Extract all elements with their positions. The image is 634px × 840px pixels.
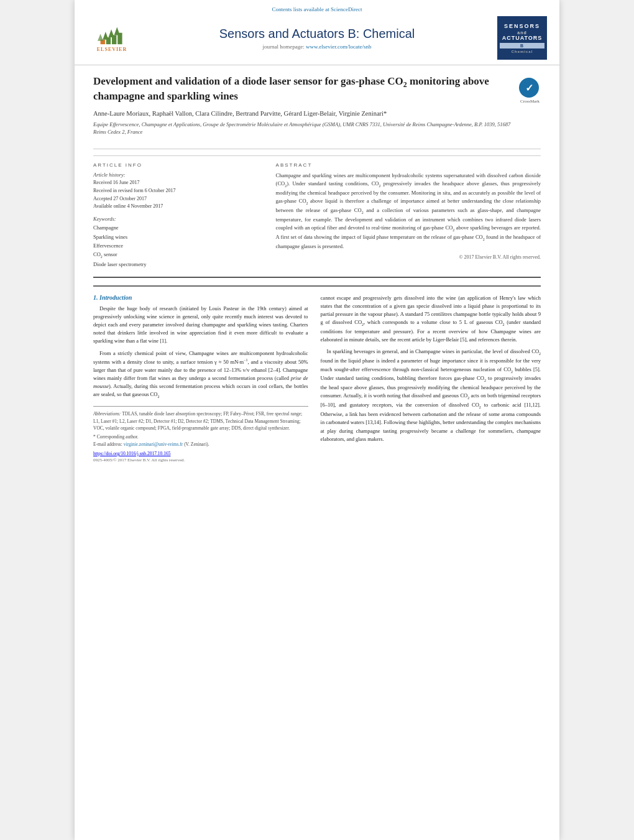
keywords-label: Keywords: — [93, 216, 264, 222]
sensors-logo-line1: SENSORS — [504, 23, 540, 29]
journal-header: Contents lists available at ScienceDirec… — [75, 0, 559, 65]
sensors-logo-line2: ACTUATORS — [502, 35, 543, 41]
section-divider — [93, 277, 541, 278]
history-label: Article history: — [93, 172, 264, 178]
svg-marker-5 — [108, 29, 114, 37]
sensors-logo-b: B — [500, 43, 544, 48]
header-main: ELSEVIER Sensors and Actuators B: Chemic… — [87, 16, 547, 60]
doi-line: https://doi.org/10.1016/j.snb.2017.10.16… — [93, 451, 308, 456]
body-col-left: 1. Introduction Despite the huge body of… — [93, 294, 308, 463]
issn-line: 0925-4005/© 2017 Elsevier B.V. All right… — [93, 458, 308, 463]
article-title-text: Development and validation of a diode la… — [93, 75, 513, 142]
page: Contents lists available at ScienceDirec… — [75, 0, 559, 840]
crossmark-icon: ✓ CrossMark — [519, 78, 541, 99]
history-section: Article history: Received 16 June 2017 R… — [93, 172, 264, 211]
received-date: Received 16 June 2017 Received in revise… — [93, 179, 264, 211]
email-note: E-mail address: virginie.zeninari@univ-r… — [93, 441, 308, 447]
abbreviations-text: TDLAS, tunable diode laser absorption sp… — [93, 411, 302, 431]
body-right-para-2: In sparkling beverages in general, and i… — [321, 348, 541, 443]
abstract-col: ABSTRACT Champagne and sparkling wines a… — [276, 162, 541, 269]
journal-title-center: Sensors and Actuators B: Chemical journa… — [137, 27, 497, 50]
crossmark-circle: ✓ — [519, 78, 539, 98]
abbreviations-label: Abbreviations: — [93, 411, 122, 417]
email-label-text: E-mail address: — [93, 441, 122, 447]
article-body: 1. Introduction Despite the huge body of… — [93, 285, 541, 463]
homepage-link[interactable]: www.elsevier.com/locate/snb — [306, 44, 371, 50]
keywords-section: Keywords: Champagne Sparkling wines Effe… — [93, 216, 264, 269]
svg-marker-6 — [114, 27, 120, 35]
keyword-2: Sparkling wines — [93, 233, 264, 241]
sensors-logo-and: and — [517, 30, 526, 35]
svg-marker-4 — [103, 32, 108, 40]
homepage-label: journal homepage: — [263, 44, 305, 50]
email-link[interactable]: virginie.zeninari@univ-reims.fr — [124, 441, 183, 447]
keyword-1: Champagne — [93, 223, 264, 232]
footnotes: Abbreviations: TDLAS, tunable diode lase… — [93, 406, 308, 447]
keywords-list: Champagne Sparkling wines Effervescence … — [93, 223, 264, 269]
abstract-label: ABSTRACT — [276, 162, 541, 168]
authors: Anne-Laure Moriaux, Raphaël Vallon, Clar… — [93, 109, 513, 119]
svg-marker-7 — [98, 34, 103, 41]
corresponding-note: * Corresponding author. — [93, 434, 308, 440]
sensors-b-label: B — [520, 44, 524, 48]
affiliation: Equipe Effervescence, Champagne et Appli… — [93, 121, 513, 136]
sensors-actuators-logo: SENSORS and ACTUATORS B Chemical — [497, 16, 547, 60]
intro-para-1: Despite the huge body of research (initi… — [93, 305, 308, 346]
sensors-logo-image: Chemical — [512, 50, 533, 53]
accepted-text: Accepted 27 October 2017 — [93, 195, 264, 203]
email-person: (V. Zeninari). — [184, 441, 209, 447]
received-text: Received 16 June 2017 — [93, 179, 264, 187]
keyword-4: CO2 sensor — [93, 250, 264, 260]
abbreviations: Abbreviations: TDLAS, tunable diode lase… — [93, 410, 308, 432]
abstract-copyright: © 2017 Elsevier B.V. All rights reserved… — [276, 254, 541, 260]
journal-homepage: journal homepage: www.elsevier.com/locat… — [137, 44, 497, 50]
contents-text: Contents lists available at — [272, 6, 329, 12]
article-content: Development and validation of a diode la… — [75, 65, 559, 472]
contents-label: Contents lists available at ScienceDirec… — [87, 6, 547, 12]
journal-title: Sensors and Actuators B: Chemical — [137, 27, 497, 41]
article-info-col: ARTICLE INFO Article history: Received 1… — [93, 162, 264, 269]
body-col-right: cannot escape and progressively gets dis… — [321, 294, 541, 463]
article-info-label: ARTICLE INFO — [93, 162, 264, 168]
keyword-3: Effervescence — [93, 241, 264, 250]
elsevier-logo: ELSEVIER — [87, 21, 137, 55]
available-text: Available online 4 November 2017 — [93, 203, 264, 211]
received-revised-text: Received in revised form 6 October 2017 — [93, 187, 264, 195]
intro-heading: 1. Introduction — [93, 294, 308, 301]
elsevier-text: ELSEVIER — [97, 47, 127, 52]
article-title-section: Development and validation of a diode la… — [93, 75, 541, 149]
elsevier-tree-icon — [96, 24, 127, 45]
intro-para-2: From a strictly chemical point of view, … — [93, 349, 308, 400]
abstract-text: Champagne and sparkling wines are multic… — [276, 172, 541, 251]
info-abstract-section: ARTICLE INFO Article history: Received 1… — [93, 155, 541, 269]
body-right-para-1: cannot escape and progressively gets dis… — [321, 294, 541, 344]
crossmark-label: CrossMark — [519, 99, 541, 104]
science-direct-link[interactable]: ScienceDirect — [331, 6, 362, 12]
article-title: Development and validation of a diode la… — [93, 75, 513, 104]
corresponding-label: * Corresponding author. — [93, 434, 139, 440]
keyword-5: Diode laser spectrometry — [93, 260, 264, 269]
doi-link[interactable]: https://doi.org/10.1016/j.snb.2017.10.16… — [93, 451, 170, 456]
